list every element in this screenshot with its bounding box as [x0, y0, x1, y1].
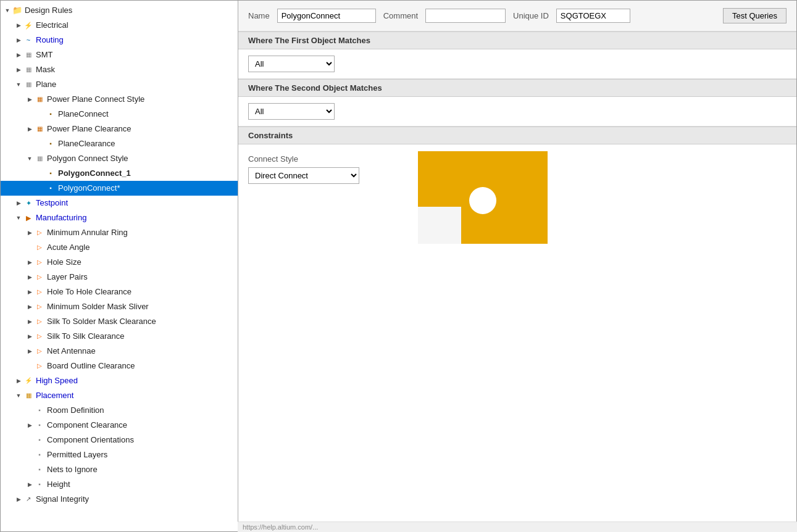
connect-style-select[interactable]: Direct Connect Relief Connect No Connect [248, 167, 359, 184]
expander-smt[interactable]: ▶ [14, 49, 23, 61]
expander-polygon-connect-style[interactable]: ▼ [25, 152, 34, 165]
label-polygon-connect-1: PolygonConnect_1 [58, 167, 131, 180]
tree-item-component-orientations[interactable]: ▪Component Orientations [1, 433, 238, 447]
tree-item-height[interactable]: ▶▪Height [1, 477, 238, 492]
tree-item-net-antennae[interactable]: ▶▷Net Antennae [1, 344, 238, 359]
expander-placement[interactable]: ▼ [14, 389, 23, 402]
expander-min-solder-mask-sliver[interactable]: ▶ [25, 301, 34, 313]
tree-item-signal-integrity[interactable]: ▶↗Signal Integrity [1, 492, 238, 507]
tree-item-min-annular-ring[interactable]: ▶▷Minimum Annular Ring [1, 225, 238, 240]
tree-item-acute-angle[interactable]: ▷Acute Angle [1, 240, 238, 255]
expander-mask[interactable]: ▶ [14, 64, 23, 76]
tree-item-routing[interactable]: ▶~Routing [1, 33, 238, 48]
expander-power-plane-clearance[interactable]: ▶ [25, 123, 34, 135]
second-object-matches-select[interactable]: All [248, 103, 335, 120]
connect-style-control: Connect Style Direct Connect Relief Conn… [248, 154, 359, 184]
label-mask: Mask [36, 64, 55, 76]
tree-item-smt[interactable]: ▶▦SMT [1, 48, 238, 62]
tree-item-design-rules[interactable]: ▼📁Design Rules [1, 3, 238, 18]
comment-input[interactable] [425, 9, 506, 23]
tree-item-polygon-connect[interactable]: ▪PolygonConnect* [1, 181, 238, 196]
icon-power-plane-connect-style: ▦ [34, 94, 45, 104]
expander-electrical[interactable]: ▶ [14, 19, 23, 31]
expander-design-rules[interactable]: ▼ [3, 4, 12, 17]
label-nets-to-ignore: Nets to Ignore [47, 463, 98, 476]
first-object-matches-select[interactable]: All [248, 56, 335, 72]
tree-item-testpoint[interactable]: ▶✦Testpoint [1, 196, 238, 210]
label-component-orientations: Component Orientations [47, 434, 134, 446]
expander-testpoint[interactable]: ▶ [14, 197, 23, 209]
icon-high-speed: ⚡ [23, 376, 34, 386]
connect-style-label: Connect Style [248, 154, 359, 164]
tree-item-plane[interactable]: ▼▦Plane [1, 77, 238, 92]
tree-item-mask[interactable]: ▶▦Mask [1, 62, 238, 77]
unique-id-input[interactable] [556, 9, 630, 23]
tree-item-layer-pairs[interactable]: ▶▷Layer Pairs [1, 270, 238, 285]
icon-silk-to-solder-mask-clearance: ▷ [34, 317, 45, 326]
expander-manufacturing[interactable]: ▼ [14, 212, 23, 224]
label-polygon-connect-style: Polygon Connect Style [47, 152, 128, 165]
icon-polygon-connect: ▪ [45, 183, 56, 193]
expander-min-annular-ring[interactable]: ▶ [25, 227, 34, 239]
tree-item-silk-to-silk-clearance[interactable]: ▶▷Silk To Silk Clearance [1, 329, 238, 344]
tree-item-hole-to-hole-clearance[interactable]: ▶▷Hole To Hole Clearance [1, 285, 238, 299]
test-queries-button[interactable]: Test Queries [723, 8, 787, 23]
first-object-matches-header: Where The First Object Matches [238, 31, 796, 49]
design-rules-tree[interactable]: ▼📁Design Rules▶⚡Electrical▶~Routing▶▦SMT… [1, 1, 238, 531]
connect-style-preview [384, 148, 551, 246]
label-min-solder-mask-sliver: Minimum Solder Mask Sliver [47, 301, 149, 313]
tree-item-plane-clearance[interactable]: ▪PlaneClearance [1, 136, 238, 151]
label-silk-to-silk-clearance: Silk To Silk Clearance [47, 330, 124, 343]
expander-layer-pairs[interactable]: ▶ [25, 271, 34, 283]
tree-item-permitted-layers[interactable]: ▪Permitted Layers [1, 447, 238, 462]
label-min-annular-ring: Minimum Annular Ring [47, 227, 128, 239]
label-electrical: Electrical [36, 19, 69, 31]
icon-electrical: ⚡ [23, 20, 34, 30]
name-input[interactable] [277, 9, 376, 23]
tree-item-nets-to-ignore[interactable]: ▪Nets to Ignore [1, 462, 238, 477]
expander-signal-integrity[interactable]: ▶ [14, 493, 23, 505]
label-plane: Plane [36, 78, 56, 91]
icon-board-outline-clearance: ▷ [34, 361, 45, 371]
icon-component-orientations: ▪ [34, 435, 45, 445]
icon-height: ▪ [34, 480, 45, 489]
expander-height[interactable]: ▶ [25, 478, 34, 491]
tree-item-power-plane-connect-style[interactable]: ▶▦Power Plane Connect Style [1, 92, 238, 107]
icon-silk-to-silk-clearance: ▷ [34, 331, 45, 341]
expander-routing[interactable]: ▶ [14, 34, 23, 46]
tree-item-silk-to-solder-mask-clearance[interactable]: ▶▷Silk To Solder Mask Clearance [1, 314, 238, 329]
icon-routing: ~ [23, 35, 34, 45]
unique-id-label: Unique ID [513, 11, 549, 20]
label-component-clearance: Component Clearance [47, 419, 127, 431]
tree-item-manufacturing[interactable]: ▼▶Manufacturing [1, 210, 238, 225]
tree-item-plane-connect[interactable]: ▪PlaneConnect [1, 107, 238, 122]
expander-hole-size[interactable]: ▶ [25, 256, 34, 268]
expander-silk-to-silk-clearance[interactable]: ▶ [25, 330, 34, 343]
icon-min-solder-mask-sliver: ▷ [34, 302, 45, 312]
icon-acute-angle: ▷ [34, 243, 45, 252]
label-board-outline-clearance: Board Outline Clearance [47, 360, 135, 372]
icon-room-definition: ▪ [34, 405, 45, 415]
expander-hole-to-hole-clearance[interactable]: ▶ [25, 286, 34, 298]
tree-item-min-solder-mask-sliver[interactable]: ▶▷Minimum Solder Mask Sliver [1, 299, 238, 314]
expander-power-plane-connect-style[interactable]: ▶ [25, 93, 34, 106]
rule-header: Name Comment Unique ID Test Queries [238, 1, 796, 31]
expander-component-clearance[interactable]: ▶ [25, 419, 34, 431]
tree-item-polygon-connect-style[interactable]: ▼▦Polygon Connect Style [1, 151, 238, 166]
tree-item-high-speed[interactable]: ▶⚡High Speed [1, 373, 238, 388]
expander-silk-to-solder-mask-clearance[interactable]: ▶ [25, 315, 34, 328]
expander-high-speed[interactable]: ▶ [14, 375, 23, 387]
expander-net-antennae[interactable]: ▶ [25, 345, 34, 357]
tree-item-electrical[interactable]: ▶⚡Electrical [1, 18, 238, 33]
tree-item-component-clearance[interactable]: ▶▪Component Clearance [1, 418, 238, 433]
expander-plane[interactable]: ▼ [14, 78, 23, 91]
label-hole-to-hole-clearance: Hole To Hole Clearance [47, 286, 131, 298]
tree-item-placement[interactable]: ▼▦Placement [1, 388, 238, 403]
tree-item-room-definition[interactable]: ▪Room Definition [1, 403, 238, 418]
tree-item-power-plane-clearance[interactable]: ▶▦Power Plane Clearance [1, 122, 238, 136]
tree-item-board-outline-clearance[interactable]: ▷Board Outline Clearance [1, 359, 238, 373]
icon-signal-integrity: ↗ [23, 494, 34, 504]
tree-item-polygon-connect-1[interactable]: ▪PolygonConnect_1 [1, 166, 238, 181]
tree-item-hole-size[interactable]: ▶▷Hole Size [1, 255, 238, 270]
icon-min-annular-ring: ▷ [34, 228, 45, 238]
